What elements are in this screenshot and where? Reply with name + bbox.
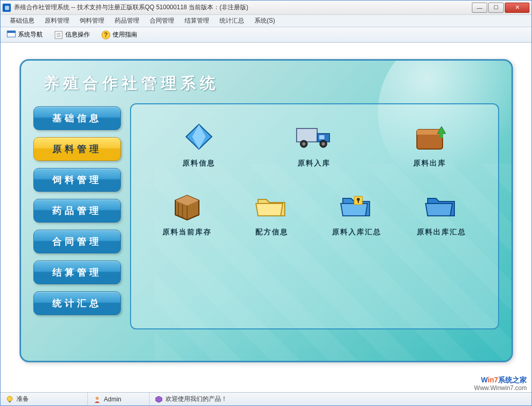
status-welcome: 欢迎使用我们的产品！: [150, 393, 531, 405]
svg-rect-1: [7, 31, 15, 33]
menubar: 基础信息 原料管理 饲料管理 药品管理 合同管理 结算管理 统计汇总 系统(S): [1, 15, 531, 27]
cell-label: 原料入库汇总: [332, 228, 381, 237]
statusbar: 准备 Admin 欢迎使用我们的产品！: [1, 392, 531, 405]
svg-rect-20: [440, 133, 443, 138]
cell-material-info[interactable]: 原料信息: [160, 120, 237, 168]
nav-material[interactable]: 原料管理: [33, 137, 121, 161]
nav-icon: [7, 30, 16, 40]
help-icon: ?: [101, 30, 111, 40]
svg-rect-30: [9, 401, 11, 402]
status-user: Admin: [88, 393, 150, 405]
panel-title: 养殖合作社管理系统: [21, 61, 511, 103]
status-ready-label: 准备: [16, 395, 29, 403]
grid-row-2: 原料当前库存 配方信息 原料入库汇总: [141, 189, 488, 237]
svg-rect-12: [319, 135, 324, 139]
svg-point-31: [96, 397, 99, 400]
toolbar-label: 使用指南: [113, 30, 137, 39]
info-icon: [54, 30, 63, 40]
diamond-icon: [178, 120, 219, 154]
crate-icon: [167, 189, 208, 223]
lightbulb-icon: [6, 395, 14, 403]
menu-basic-info[interactable]: 基础信息: [5, 15, 40, 27]
menu-settlement[interactable]: 结算管理: [179, 15, 214, 27]
cell-current-stock[interactable]: 原料当前库存: [149, 189, 226, 237]
maximize-button[interactable]: ☐: [488, 3, 504, 13]
nav-contract[interactable]: 合同管理: [33, 230, 121, 253]
cell-recipe-info[interactable]: 配方信息: [233, 189, 310, 237]
toolbar-label: 系统导航: [18, 30, 43, 39]
svg-text:?: ?: [104, 31, 107, 39]
window-controls: — ☐ ✕: [471, 3, 529, 13]
svg-point-29: [7, 396, 12, 401]
menu-system[interactable]: 系统(S): [249, 15, 280, 27]
svg-rect-10: [297, 128, 317, 142]
status-user-label: Admin: [104, 396, 121, 403]
menu-stats[interactable]: 统计汇总: [214, 15, 249, 27]
cell-label: 原料入库: [298, 159, 331, 168]
cell-material-in[interactable]: 原料入库: [276, 120, 353, 168]
panel-body: 基础信息 原料管理 饲料管理 药品管理 合同管理 结算管理 统计汇总: [21, 103, 511, 329]
titlebar: ▦ 养殖合作社管理系统 -- 技术支持与注册正版联系QQ 510000118 当…: [1, 1, 531, 15]
toolbar-info-action[interactable]: 信息操作: [51, 29, 93, 41]
nav-feed[interactable]: 饲料管理: [33, 168, 121, 192]
menu-medicine[interactable]: 药品管理: [109, 15, 144, 27]
cell-out-summary[interactable]: 原料出库汇总: [403, 189, 480, 237]
cell-label: 原料出库: [413, 159, 446, 168]
cell-label: 原料信息: [182, 159, 215, 168]
svg-marker-9: [192, 124, 206, 149]
status-ready: 准备: [1, 393, 88, 405]
app-icon: ▦: [3, 4, 11, 12]
toolbar-help-guide[interactable]: ? 使用指南: [98, 29, 140, 41]
nav-stats[interactable]: 统计汇总: [33, 291, 121, 315]
side-nav: 基础信息 原料管理 饲料管理 药品管理 合同管理 结算管理 统计汇总: [33, 103, 121, 329]
toolbar: 系统导航 信息操作 ? 使用指南: [1, 27, 531, 43]
cell-label: 原料出库汇总: [417, 228, 466, 237]
box-out-icon: [409, 120, 450, 154]
window-title: 养殖合作社管理系统 -- 技术支持与注册正版联系QQ 510000118 当前版…: [14, 3, 471, 12]
nav-basic-info[interactable]: 基础信息: [33, 106, 121, 130]
svg-point-14: [302, 142, 305, 145]
nav-settlement[interactable]: 结算管理: [33, 261, 121, 284]
folder-in-icon: [336, 189, 377, 223]
status-welcome-label: 欢迎使用我们的产品！: [166, 395, 227, 403]
cell-label: 原料当前库存: [162, 228, 212, 237]
nav-medicine[interactable]: 药品管理: [33, 199, 121, 223]
folder-icon: [251, 189, 292, 223]
grid-row-1: 原料信息 原料入库 原料出库: [141, 120, 488, 168]
toolbar-system-nav[interactable]: 系统导航: [4, 29, 46, 41]
menu-contract[interactable]: 合同管理: [144, 15, 179, 27]
content-area: 养殖合作社管理系统 基础信息 原料管理 饲料管理 药品管理 合同管理 结算管理 …: [1, 43, 531, 392]
cell-in-summary[interactable]: 原料入库汇总: [318, 189, 395, 237]
cube-icon: [155, 395, 163, 403]
app-window: ▦ 养殖合作社管理系统 -- 技术支持与注册正版联系QQ 510000118 当…: [0, 0, 532, 406]
cell-material-out[interactable]: 原料出库: [391, 120, 468, 168]
main-grid: 原料信息 原料入库 原料出库: [130, 103, 499, 329]
svg-marker-32: [156, 396, 162, 402]
toolbar-label: 信息操作: [65, 30, 90, 39]
menu-material[interactable]: 原料管理: [40, 15, 75, 27]
svg-point-16: [322, 142, 325, 145]
main-panel: 养殖合作社管理系统 基础信息 原料管理 饲料管理 药品管理 合同管理 结算管理 …: [20, 59, 513, 362]
close-button[interactable]: ✕: [505, 3, 529, 13]
user-icon: [93, 395, 101, 403]
minimize-button[interactable]: —: [472, 3, 487, 13]
folder-out-icon: [421, 189, 462, 223]
cell-label: 配方信息: [255, 228, 288, 237]
menu-feed[interactable]: 饲料管理: [75, 15, 109, 27]
truck-icon: [293, 120, 335, 154]
